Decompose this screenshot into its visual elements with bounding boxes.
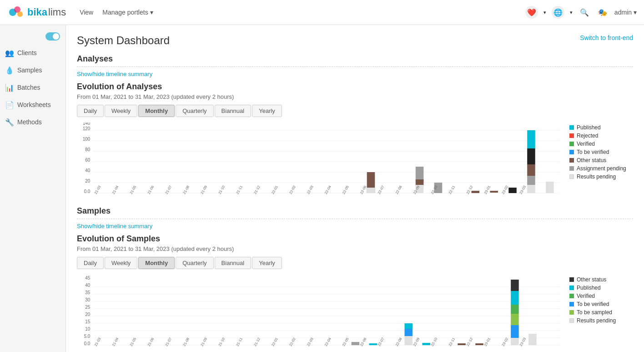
samples-legend-item-verified: Verified	[569, 293, 633, 299]
sidebar-item-clients[interactable]: 👥 Clients	[0, 44, 65, 61]
svg-text:120: 120	[83, 126, 91, 131]
nav-view[interactable]: View	[80, 7, 93, 18]
samples-legend-item-other: Other status	[569, 276, 633, 283]
svg-text:40: 40	[85, 283, 90, 288]
svg-text:21-09: 21-09	[200, 337, 208, 347]
svg-text:23-03: 23-03	[519, 184, 527, 195]
mask-icon[interactable]: 🎭	[596, 6, 609, 19]
analyses-btn-biannual[interactable]: Biannual	[215, 105, 252, 117]
svg-text:22-11: 22-11	[448, 337, 456, 347]
verified-color	[569, 142, 574, 146]
user-menu[interactable]: admin ▾	[614, 9, 637, 16]
samples-date-range: From 01 Mar, 2021 to 31 Mar, 2023 (updat…	[77, 245, 633, 252]
svg-text:23-03: 23-03	[519, 337, 527, 347]
heart-icon[interactable]: ❤️	[525, 6, 538, 19]
svg-rect-77	[352, 342, 360, 345]
clients-icon: 👥	[5, 49, 14, 57]
sidebar-item-methods[interactable]: 🔧 Methods	[0, 113, 65, 131]
analyses-btn-monthly[interactable]: Monthly	[138, 105, 175, 117]
svg-text:25: 25	[85, 305, 90, 310]
globe-icon[interactable]: 🌐	[552, 6, 564, 19]
samples-legend-item-to-be-sampled: To be sampled	[569, 309, 633, 316]
samples-show-hide-link[interactable]: Show/hide timeline summary	[77, 223, 633, 230]
samples-btn-monthly[interactable]: Monthly	[138, 257, 175, 269]
user-dropdown-icon: ▾	[634, 9, 637, 16]
sidebar-item-batches[interactable]: 📊 Batches	[0, 79, 65, 96]
legend-results-pending-label: Results pending	[577, 173, 616, 180]
svg-text:22-03: 22-03	[306, 337, 314, 347]
samples-results-pending-color	[569, 318, 574, 323]
samples-btn-biannual[interactable]: Biannual	[215, 257, 252, 269]
svg-rect-91	[528, 334, 537, 345]
svg-rect-26	[508, 188, 517, 193]
svg-text:5.0: 5.0	[84, 334, 91, 339]
svg-text:23-01: 23-01	[483, 337, 492, 347]
logo[interactable]: bika lims	[7, 3, 66, 21]
analyses-section: Analyses Show/hide timeline summary Evol…	[77, 54, 633, 195]
svg-text:21-03: 21-03	[94, 337, 102, 347]
svg-text:22-08: 22-08	[395, 337, 403, 347]
svg-text:22-06: 22-06	[359, 337, 367, 347]
legend-other-status-label: Other status	[577, 157, 606, 163]
batches-icon: 📊	[5, 83, 14, 92]
analyses-btn-yearly[interactable]: Yearly	[252, 105, 282, 117]
samples-to-be-sampled-color	[569, 310, 574, 315]
sidebar-methods-label: Methods	[17, 118, 42, 126]
svg-text:23-02: 23-02	[501, 185, 509, 195]
samples-btn-daily[interactable]: Daily	[77, 257, 104, 269]
svg-text:21-12: 21-12	[253, 185, 261, 195]
svg-rect-87	[511, 305, 519, 314]
samples-btn-quarterly[interactable]: Quarterly	[176, 257, 213, 269]
analyses-show-hide-link[interactable]: Show/hide timeline summary	[77, 71, 633, 77]
svg-text:22-02: 22-02	[288, 185, 297, 195]
svg-text:60: 60	[85, 158, 90, 163]
svg-text:21-12: 21-12	[253, 337, 261, 347]
svg-rect-24	[472, 191, 480, 193]
sidebar-worksheets-label: Worksheets	[17, 101, 51, 108]
legend-item-to-be-verified: To be verified	[569, 149, 633, 155]
samples-published-color	[569, 286, 574, 290]
svg-rect-85	[511, 280, 519, 291]
samples-chart-svg: 0.0 5.0 10 15 20 25 30 35 40 45	[77, 275, 564, 347]
samples-legend-other-label: Other status	[577, 276, 606, 283]
samples-legend-published-label: Published	[577, 285, 601, 291]
svg-text:22-01: 22-01	[271, 337, 279, 347]
heart-dropdown-icon: ▾	[543, 10, 546, 15]
svg-rect-31	[527, 185, 535, 193]
svg-rect-27	[527, 130, 535, 148]
svg-text:22-02: 22-02	[288, 337, 297, 347]
nav-manage-portlets-label: Manage portlets	[102, 9, 148, 16]
search-icon[interactable]: 🔍	[578, 6, 591, 19]
samples-btn-yearly[interactable]: Yearly	[252, 257, 282, 269]
analyses-legend: Published Rejected Verified To be verifi…	[569, 122, 633, 195]
svg-rect-32	[546, 182, 554, 193]
samples-btn-weekly[interactable]: Weekly	[105, 257, 137, 269]
samples-legend-results-pending-label: Results pending	[577, 317, 616, 324]
switch-frontend-link[interactable]: Switch to front‑end	[580, 34, 633, 41]
svg-rect-30	[527, 176, 535, 185]
analyses-date-range: From 01 Mar, 2021 to 31 Mar, 2023 (updat…	[77, 93, 633, 100]
svg-text:23-01: 23-01	[483, 185, 492, 195]
svg-text:30: 30	[85, 297, 90, 302]
legend-item-published: Published	[569, 124, 633, 131]
legend-rejected-label: Rejected	[577, 133, 598, 139]
sidebar-toggle-area	[0, 29, 65, 44]
sidebar-item-samples[interactable]: 💧 Samples	[0, 61, 65, 79]
analyses-btn-weekly[interactable]: Weekly	[105, 105, 137, 117]
sidebar-item-worksheets[interactable]: 📄 Worksheets	[0, 96, 65, 113]
samples-legend: Other status Published Verified To be ve…	[569, 275, 633, 347]
svg-text:21-08: 21-08	[182, 337, 191, 347]
analyses-chart-container: 0.0 20 40 60 80 100 120 140	[77, 122, 633, 195]
svg-text:0.0: 0.0	[84, 341, 91, 346]
svg-text:22-10: 22-10	[430, 337, 438, 347]
nav-manage-portlets[interactable]: Manage portlets ▾	[102, 9, 153, 16]
svg-text:21-09: 21-09	[200, 185, 208, 195]
analyses-btn-quarterly[interactable]: Quarterly	[176, 105, 213, 117]
svg-text:21-03: 21-03	[94, 184, 102, 195]
sidebar-toggle-button[interactable]	[45, 32, 60, 41]
samples-chart-title: Evolution of Samples	[77, 234, 633, 244]
legend-item-assignment-pending: Assignment pending	[569, 165, 633, 172]
analyses-btn-daily[interactable]: Daily	[77, 105, 104, 117]
svg-text:21-06: 21-06	[147, 337, 155, 347]
svg-rect-81	[404, 336, 413, 345]
